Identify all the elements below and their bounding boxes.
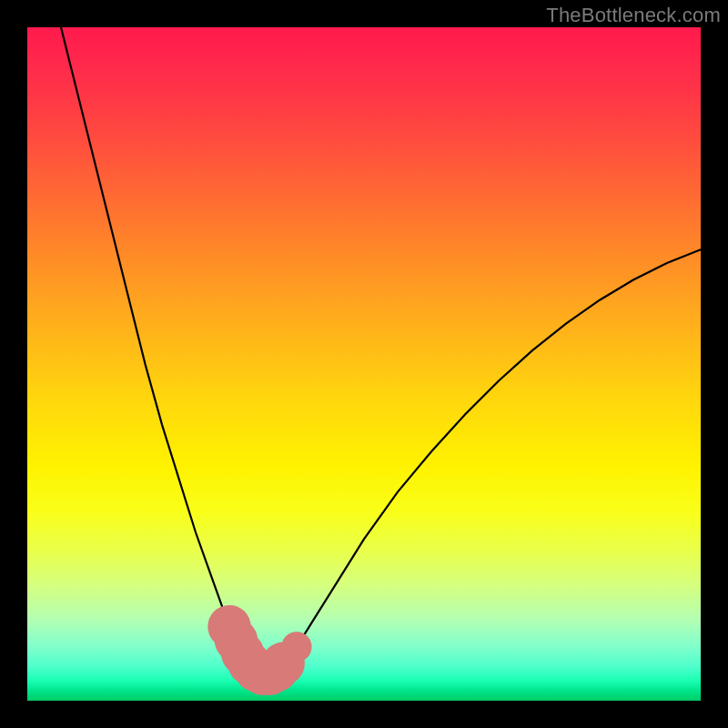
chart-frame: TheBottleneck.com [0,0,728,728]
plot-area [27,27,701,701]
heat-gradient-background [27,27,701,701]
watermark-label: TheBottleneck.com [546,4,721,27]
